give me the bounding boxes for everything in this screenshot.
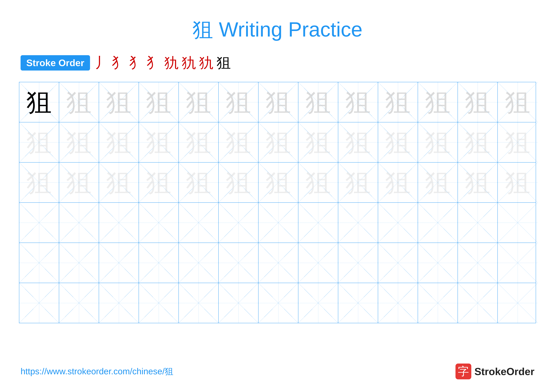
char-lighter: 狙: [186, 130, 211, 155]
char-lighter: 狙: [385, 170, 410, 195]
char-lighter: 狙: [106, 170, 131, 195]
char-lighter: 狙: [26, 130, 52, 155]
grid-row-3: 狙 狙 狙 狙 狙 狙 狙 狙: [19, 163, 536, 203]
practice-grid: 狙 狙 狙 狙 狙 狙 狙 狙: [19, 82, 536, 323]
grid-cell: [99, 243, 139, 283]
stroke-order-section: Stroke Order 丿 犭 犭 犭 犰 犰 犰 狙: [0, 53, 555, 72]
char-light: 狙: [385, 90, 410, 115]
char-lighter: 狙: [186, 170, 211, 195]
char-lighter: 狙: [385, 130, 410, 155]
grid-cell: [498, 283, 538, 323]
grid-cell: [498, 203, 538, 242]
footer-url: https://www.strokeorder.com/chinese/狙: [21, 366, 173, 377]
cell-guide: [59, 203, 99, 242]
cell-guide: [139, 203, 178, 242]
char-lighter: 狙: [146, 130, 171, 155]
grid-cell: 狙: [378, 82, 418, 122]
grid-cell: 狙: [19, 82, 59, 122]
char-light: 狙: [66, 90, 92, 115]
grid-cell: [338, 283, 378, 323]
grid-cell: 狙: [179, 82, 219, 122]
stroke-1: 丿: [95, 53, 109, 72]
grid-cell: [19, 243, 59, 283]
char-lighter: 狙: [505, 130, 530, 155]
cell-guide: [378, 203, 418, 242]
grid-cell: 狙: [139, 122, 179, 162]
grid-cell: 狙: [458, 163, 498, 202]
cell-guide: [219, 243, 258, 283]
grid-cell: 狙: [418, 163, 458, 202]
grid-cell: 狙: [99, 82, 139, 122]
char-lighter: 狙: [465, 130, 490, 155]
grid-cell: [99, 283, 139, 323]
grid-cell: 狙: [378, 122, 418, 162]
grid-cell: 狙: [298, 122, 338, 162]
grid-cell: [258, 203, 298, 242]
char-light: 狙: [186, 90, 211, 115]
cell-guide: [258, 203, 298, 242]
grid-cell: [458, 243, 498, 283]
grid-cell: 狙: [498, 82, 538, 122]
grid-cell: 狙: [219, 82, 258, 122]
cell-guide: [418, 203, 458, 242]
cell-guide: [19, 243, 59, 283]
cell-guide: [219, 283, 258, 323]
grid-cell: [219, 283, 258, 323]
grid-cell: 狙: [219, 163, 258, 202]
grid-cell: [378, 243, 418, 283]
grid-cell: [418, 283, 458, 323]
cell-guide: [179, 243, 218, 283]
cell-guide: [179, 283, 218, 323]
char-lighter: 狙: [425, 170, 450, 195]
grid-cell: [338, 203, 378, 242]
grid-cell: [219, 203, 258, 242]
cell-guide: [59, 283, 99, 323]
char-lighter: 狙: [266, 170, 291, 195]
grid-row-1: 狙 狙 狙 狙 狙 狙 狙 狙: [19, 82, 536, 122]
logo-text: StrokeOrder: [475, 366, 534, 378]
char-light: 狙: [306, 90, 331, 115]
cell-guide: [139, 283, 178, 323]
char-lighter: 狙: [266, 130, 291, 155]
stroke-8: 狙: [217, 53, 231, 72]
cell-guide: [338, 203, 378, 242]
grid-cell: [99, 203, 139, 242]
grid-cell: 狙: [338, 122, 378, 162]
grid-cell: [59, 283, 99, 323]
char-lighter: 狙: [345, 170, 371, 195]
char-lighter: 狙: [465, 170, 490, 195]
grid-cell: [179, 283, 219, 323]
grid-cell: 狙: [338, 82, 378, 122]
char-light: 狙: [465, 90, 490, 115]
grid-cell: [458, 203, 498, 242]
char-light: 狙: [226, 90, 251, 115]
char-dark: 狙: [26, 90, 52, 115]
cell-guide: [458, 203, 497, 242]
grid-cell: [139, 203, 179, 242]
cell-guide: [338, 243, 378, 283]
char-light: 狙: [425, 90, 450, 115]
cell-guide: [298, 203, 338, 242]
stroke-5: 犰: [164, 53, 179, 72]
grid-cell: 狙: [139, 82, 179, 122]
grid-cell: [378, 203, 418, 242]
grid-cell: [258, 283, 298, 323]
grid-row-6: [19, 283, 536, 323]
grid-cell: 狙: [99, 122, 139, 162]
logo-char: 字: [458, 364, 469, 379]
cell-guide: [418, 283, 458, 323]
cell-guide: [338, 283, 378, 323]
char-light: 狙: [266, 90, 291, 115]
grid-cell: [458, 283, 498, 323]
cell-guide: [99, 203, 139, 242]
grid-cell: 狙: [19, 122, 59, 162]
char-light: 狙: [345, 90, 371, 115]
cell-guide: [378, 283, 418, 323]
cell-guide: [59, 243, 99, 283]
stroke-7: 犰: [199, 53, 213, 72]
grid-cell: 狙: [418, 82, 458, 122]
grid-row-4: [19, 203, 536, 243]
grid-cell: [258, 243, 298, 283]
char-lighter: 狙: [26, 170, 52, 195]
grid-cell: [179, 243, 219, 283]
